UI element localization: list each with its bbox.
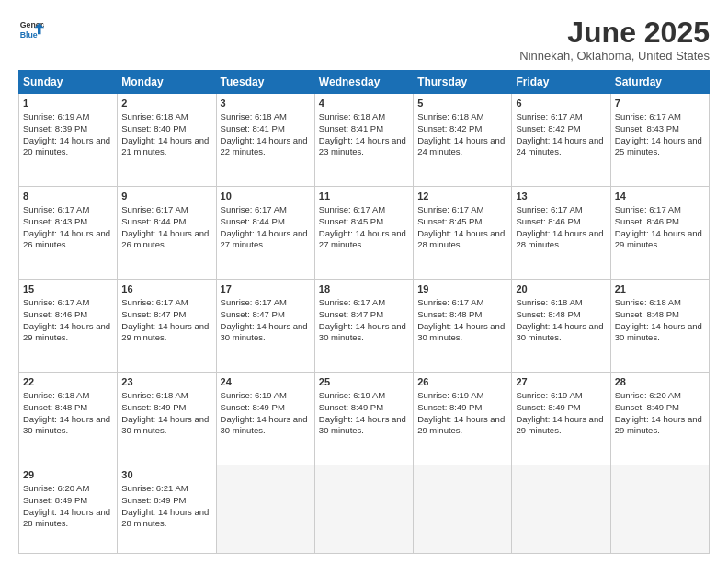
day-number: 25 (319, 375, 409, 389)
sunset-text: Sunset: 8:43 PM (23, 216, 87, 226)
location: Ninnekah, Oklahoma, United States (519, 49, 710, 63)
sunrise-text: Sunrise: 6:17 AM (319, 204, 385, 214)
col-tuesday: Tuesday (216, 71, 314, 94)
sunrise-text: Sunrise: 6:19 AM (516, 390, 582, 400)
calendar-table: Sunday Monday Tuesday Wednesday Thursday… (18, 70, 710, 554)
col-saturday: Saturday (610, 71, 709, 94)
daylight-text: Daylight: 14 hours and 20 minutes. (23, 135, 110, 157)
sunset-text: Sunset: 8:48 PM (615, 309, 679, 319)
calendar-cell: 8Sunrise: 6:17 AMSunset: 8:43 PMDaylight… (19, 187, 118, 280)
sunrise-text: Sunrise: 6:21 AM (121, 483, 188, 493)
calendar-cell (414, 465, 512, 554)
calendar-cell: 6Sunrise: 6:17 AMSunset: 8:42 PMDaylight… (512, 94, 610, 187)
daylight-text: Daylight: 14 hours and 27 minutes. (221, 228, 308, 250)
day-number: 22 (23, 375, 113, 389)
header: General Blue June 2025 Ninnekah, Oklahom… (18, 17, 710, 63)
sunrise-text: Sunrise: 6:18 AM (221, 111, 287, 121)
week-row-2: 8Sunrise: 6:17 AMSunset: 8:43 PMDaylight… (19, 187, 710, 280)
daylight-text: Daylight: 14 hours and 30 minutes. (121, 414, 209, 436)
sunset-text: Sunset: 8:42 PM (516, 123, 580, 133)
day-number: 10 (221, 190, 311, 203)
sunrise-text: Sunrise: 6:17 AM (221, 297, 287, 307)
day-number: 6 (516, 97, 606, 110)
sunset-text: Sunset: 8:42 PM (417, 123, 482, 133)
col-monday: Monday (118, 71, 216, 94)
daylight-text: Daylight: 14 hours and 26 minutes. (121, 228, 209, 250)
col-sunday: Sunday (19, 71, 118, 94)
sunset-text: Sunset: 8:49 PM (417, 402, 482, 412)
daylight-text: Daylight: 14 hours and 28 minutes. (121, 507, 209, 529)
calendar-cell: 14Sunrise: 6:17 AMSunset: 8:46 PMDayligh… (610, 187, 709, 280)
day-number: 12 (417, 190, 507, 203)
sunset-text: Sunset: 8:44 PM (221, 216, 285, 226)
day-number: 24 (221, 375, 311, 389)
day-number: 9 (121, 190, 211, 203)
sunset-text: Sunset: 8:49 PM (319, 402, 383, 412)
calendar-cell: 30Sunrise: 6:21 AMSunset: 8:49 PMDayligh… (118, 465, 216, 554)
daylight-text: Daylight: 14 hours and 28 minutes. (23, 507, 110, 529)
sunset-text: Sunset: 8:47 PM (121, 309, 186, 319)
day-number: 26 (417, 375, 507, 389)
col-thursday: Thursday (414, 71, 512, 94)
daylight-text: Daylight: 14 hours and 29 minutes. (615, 414, 702, 436)
day-number: 2 (121, 97, 211, 110)
calendar-cell: 18Sunrise: 6:17 AMSunset: 8:47 PMDayligh… (314, 280, 413, 373)
week-row-1: 1Sunrise: 6:19 AMSunset: 8:39 PMDaylight… (19, 94, 710, 187)
sunrise-text: Sunrise: 6:18 AM (417, 111, 483, 121)
col-wednesday: Wednesday (314, 71, 413, 94)
calendar-cell: 12Sunrise: 6:17 AMSunset: 8:45 PMDayligh… (414, 187, 512, 280)
logo-icon: General Blue (18, 17, 44, 42)
day-number: 8 (23, 190, 113, 203)
day-number: 3 (221, 97, 311, 110)
sunrise-text: Sunrise: 6:20 AM (615, 390, 681, 400)
calendar-cell (610, 465, 709, 554)
day-number: 27 (516, 375, 606, 389)
day-number: 11 (319, 190, 409, 203)
calendar-cell: 13Sunrise: 6:17 AMSunset: 8:46 PMDayligh… (512, 187, 610, 280)
day-number: 30 (121, 468, 211, 482)
day-number: 19 (417, 282, 507, 296)
sunset-text: Sunset: 8:46 PM (23, 309, 87, 319)
weekday-header-row: Sunday Monday Tuesday Wednesday Thursday… (19, 71, 710, 94)
sunset-text: Sunset: 8:48 PM (516, 309, 580, 319)
daylight-text: Daylight: 14 hours and 29 minutes. (23, 321, 110, 343)
month-title: June 2025 (519, 17, 710, 49)
sunrise-text: Sunrise: 6:19 AM (23, 111, 89, 121)
daylight-text: Daylight: 14 hours and 30 minutes. (23, 414, 110, 436)
day-number: 20 (516, 282, 606, 296)
sunrise-text: Sunrise: 6:18 AM (121, 390, 188, 400)
calendar-cell (314, 465, 413, 554)
sunrise-text: Sunrise: 6:18 AM (121, 111, 188, 121)
sunrise-text: Sunrise: 6:17 AM (121, 204, 188, 214)
day-number: 13 (516, 190, 606, 203)
day-number: 15 (23, 282, 113, 296)
sunset-text: Sunset: 8:49 PM (121, 495, 186, 505)
day-number: 14 (615, 190, 705, 203)
daylight-text: Daylight: 14 hours and 21 minutes. (121, 135, 209, 157)
daylight-text: Daylight: 14 hours and 30 minutes. (615, 321, 702, 343)
daylight-text: Daylight: 14 hours and 30 minutes. (221, 321, 308, 343)
sunset-text: Sunset: 8:48 PM (417, 309, 482, 319)
logo: General Blue (18, 17, 44, 42)
calendar-cell: 20Sunrise: 6:18 AMSunset: 8:48 PMDayligh… (512, 280, 610, 373)
daylight-text: Daylight: 14 hours and 29 minutes. (121, 321, 209, 343)
day-number: 18 (319, 282, 409, 296)
sunrise-text: Sunrise: 6:17 AM (417, 297, 483, 307)
sunset-text: Sunset: 8:44 PM (121, 216, 186, 226)
sunrise-text: Sunrise: 6:17 AM (23, 297, 89, 307)
day-number: 21 (615, 282, 705, 296)
sunrise-text: Sunrise: 6:17 AM (417, 204, 483, 214)
sunrise-text: Sunrise: 6:17 AM (516, 111, 582, 121)
sunset-text: Sunset: 8:47 PM (221, 309, 285, 319)
daylight-text: Daylight: 14 hours and 30 minutes. (319, 414, 406, 436)
calendar-cell: 22Sunrise: 6:18 AMSunset: 8:48 PMDayligh… (19, 373, 118, 465)
sunset-text: Sunset: 8:45 PM (319, 216, 383, 226)
sunrise-text: Sunrise: 6:18 AM (516, 297, 582, 307)
calendar-cell: 26Sunrise: 6:19 AMSunset: 8:49 PMDayligh… (414, 373, 512, 465)
daylight-text: Daylight: 14 hours and 26 minutes. (23, 228, 110, 250)
calendar-cell: 3Sunrise: 6:18 AMSunset: 8:41 PMDaylight… (216, 94, 314, 187)
daylight-text: Daylight: 14 hours and 25 minutes. (615, 135, 702, 157)
sunset-text: Sunset: 8:48 PM (23, 402, 87, 412)
sunrise-text: Sunrise: 6:19 AM (221, 390, 287, 400)
daylight-text: Daylight: 14 hours and 24 minutes. (417, 135, 505, 157)
